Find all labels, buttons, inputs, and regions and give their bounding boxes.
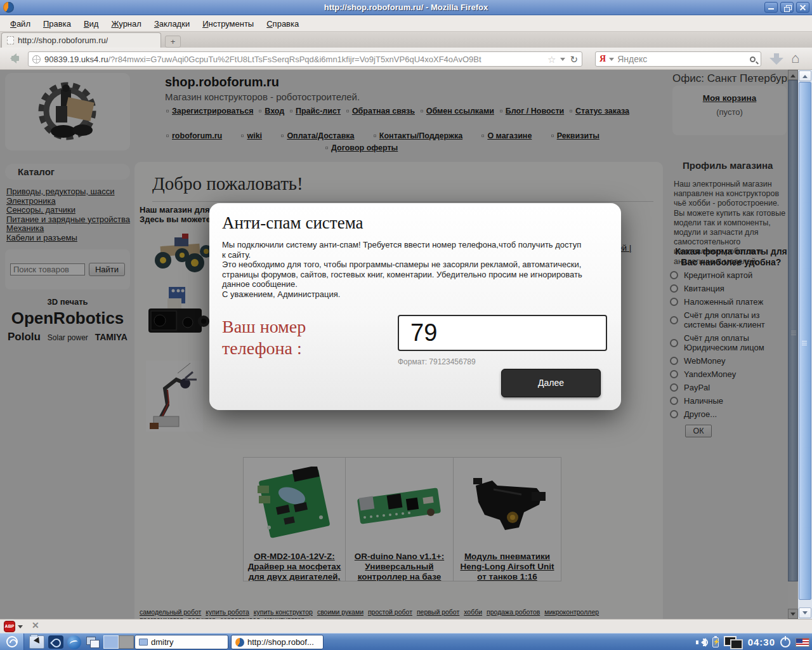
downloads-icon[interactable] <box>769 52 783 66</box>
search-bar[interactable]: Я <box>595 51 761 67</box>
web-search-input[interactable] <box>617 54 747 64</box>
workspace-1[interactable] <box>103 635 119 649</box>
menu-edit[interactable]: Правка <box>38 17 76 30</box>
folder-icon <box>139 639 148 646</box>
browser-scroll-up-icon[interactable] <box>799 70 811 81</box>
adblock-dropdown-icon[interactable] <box>18 625 23 631</box>
menu-history[interactable]: Журнал <box>106 17 146 30</box>
firefox-icon <box>235 638 244 647</box>
addon-bar-close-icon[interactable]: ✕ <box>32 620 39 630</box>
file-manager-icon[interactable] <box>29 635 44 649</box>
url-path: /?r84mwxi=G7uwAqi0GcpuTu%2FtU8LtTsFsSerq… <box>108 55 481 64</box>
taskbar: dmitry http://shop.robof... 04:30 <box>0 633 812 650</box>
menubar: Файл Правка Вид Журнал Закладки Инструме… <box>0 16 812 32</box>
mail-client-icon[interactable] <box>67 635 81 649</box>
taskbar-window-dmitry[interactable]: dmitry <box>134 635 228 649</box>
restore-button[interactable] <box>780 2 794 13</box>
clock[interactable]: 04:30 <box>748 637 775 647</box>
tab-favicon <box>7 36 14 44</box>
taskbar-window-firefox[interactable]: http://shop.robof... <box>231 635 324 649</box>
dialog-paragraph1: Мы подключили систему анти-спам! Требует… <box>222 240 587 260</box>
browser-launcher-icon[interactable] <box>48 635 63 649</box>
close-button[interactable] <box>796 2 809 13</box>
power-icon[interactable] <box>780 637 790 647</box>
dialog-body: Мы подключили систему анти-спам! Требует… <box>222 240 587 299</box>
minimize-button[interactable] <box>764 2 778 13</box>
system-tray: 04:30 <box>696 633 809 650</box>
volume-icon[interactable] <box>696 638 707 647</box>
window-titlebar[interactable]: http://shop.roboforum.ru/ - Mozilla Fire… <box>0 0 812 15</box>
battery-icon[interactable] <box>712 637 719 647</box>
adblock-icon[interactable]: ABP <box>4 621 15 632</box>
browser-scroll-down-icon[interactable] <box>799 607 811 618</box>
firefox-icon <box>3 2 14 13</box>
menu-view[interactable]: Вид <box>79 17 104 30</box>
search-icon[interactable] <box>750 56 756 62</box>
format-hint: Формат: 79123456789 <box>398 357 476 366</box>
workspace-2[interactable] <box>119 635 134 649</box>
site-identity-icon[interactable] <box>32 55 41 63</box>
menu-file[interactable]: Файл <box>5 17 36 30</box>
page-viewport: Каталог Приводы, редукторы, шасси Электр… <box>0 70 798 619</box>
dialog-title: Анти-спам система <box>222 213 363 233</box>
url-bar[interactable]: 90839.19.uks4.ru/?r84mwxi=G7uwAqi0GcpuTu… <box>28 51 582 67</box>
tab-strip: http://shop.roboforum.ru/ + <box>0 32 812 48</box>
screen: http://shop.roboforum.ru/ - Mozilla Fire… <box>0 0 812 650</box>
keyboard-layout-flag-icon[interactable] <box>796 638 809 647</box>
next-button[interactable]: Далее <box>501 369 601 397</box>
url-dropdown-icon[interactable] <box>560 58 565 63</box>
phone-label: Ваш номер телефона : <box>222 316 330 359</box>
url-domain: 90839.19.uks4.ru <box>44 55 108 64</box>
window-title: http://shop.roboforum.ru/ - Mozilla Fire… <box>0 3 812 12</box>
url-text[interactable]: 90839.19.uks4.ru/?r84mwxi=G7uwAqi0GcpuTu… <box>44 55 544 64</box>
phone-input[interactable] <box>398 315 607 351</box>
show-desktop-icon[interactable] <box>85 635 100 649</box>
browser-scrollbar[interactable] <box>798 70 812 619</box>
bookmark-star-icon[interactable]: ☆ <box>547 55 556 64</box>
menu-bookmarks[interactable]: Закладки <box>149 17 195 30</box>
start-logo-icon <box>6 636 18 647</box>
new-tab-button[interactable]: + <box>165 36 181 48</box>
dialog-paragraph3: С уважением, Администрация. <box>222 289 587 300</box>
yandex-engine-icon[interactable]: Я <box>599 54 606 64</box>
menu-tools[interactable]: Инструменты <box>197 17 259 30</box>
taskbar-window-firefox-label: http://shop.robof... <box>247 637 314 647</box>
addon-bar: ABP ✕ <box>0 619 812 633</box>
menu-help[interactable]: Справка <box>261 17 304 30</box>
back-button[interactable] <box>5 51 22 65</box>
tab-active[interactable]: http://shop.roboforum.ru/ <box>1 32 161 48</box>
taskbar-window-dmitry-label: dmitry <box>151 637 173 647</box>
antispam-dialog: Анти-спам система Мы подключили систему … <box>209 203 621 410</box>
network-monitors-icon[interactable] <box>724 636 743 649</box>
home-icon[interactable]: ⌂ <box>791 50 799 67</box>
browser-scrollbar-thumb[interactable] <box>799 82 811 600</box>
start-menu-button[interactable] <box>0 633 24 650</box>
dialog-paragraph2: Это необходимо для того, чтобы программы… <box>222 260 587 289</box>
workspace-pager[interactable] <box>103 635 134 649</box>
tab-title: http://shop.roboforum.ru/ <box>18 36 108 45</box>
engine-dropdown-icon[interactable] <box>609 58 614 63</box>
reload-icon[interactable]: ↻ <box>570 55 578 64</box>
